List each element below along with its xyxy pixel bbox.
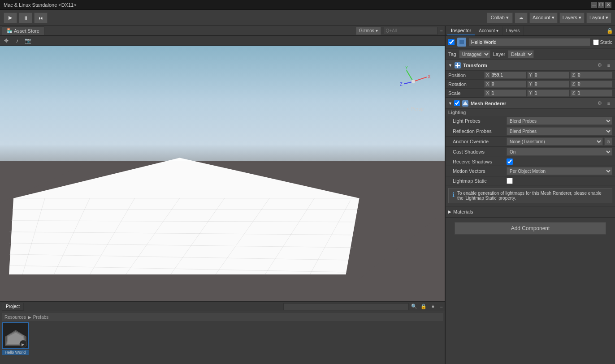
lightmap-info-text: To enable generation of lightmaps for th… (457, 191, 608, 201)
rotation-row: Rotation X 0 Y 0 Z 0 (446, 80, 615, 89)
scale-y-axis: Y (528, 90, 534, 95)
add-component-button[interactable]: Add Component (455, 222, 606, 235)
scene-tab-bar: 🏪 Asset Store Gizmos ▾ ≡ (0, 26, 445, 36)
receive-shadows-row: Receive Shadows (446, 157, 615, 166)
asset-store-tab[interactable]: 🏪 Asset Store (2, 26, 44, 35)
motion-vectors-select[interactable]: Per Object Motion (507, 167, 612, 175)
inspector-tab[interactable]: Inspector (447, 26, 475, 35)
play-button[interactable]: ▶ (4, 13, 17, 23)
lightmap-static-value (507, 178, 612, 184)
project-tab[interactable]: Project (2, 303, 24, 311)
account-tab[interactable]: Account ▾ (475, 26, 502, 35)
info-icon: ℹ (452, 191, 455, 198)
position-fields: X 359.1 Y 0 Z 0 (484, 72, 612, 79)
object-header: Static (446, 36, 615, 49)
anchor-override-label: Anchor Override (448, 139, 507, 144)
scale-y-value: 1 (534, 90, 569, 95)
lock-icon-btn[interactable]: 🔒 (420, 303, 428, 311)
anchor-override-select[interactable]: None (Transform) (507, 137, 603, 146)
object-enabled-checkbox[interactable] (448, 39, 455, 45)
inspector-lock-icon[interactable]: 🔒 (606, 28, 613, 34)
pause-button[interactable]: ⏸ (19, 13, 32, 23)
object-icon (457, 38, 466, 47)
svg-text:< Persp: < Persp (407, 106, 424, 111)
light-probes-label: Light Probes (448, 118, 507, 124)
scale-z-value: 1 (577, 90, 612, 95)
asset-thumbnail: ▶ (2, 323, 28, 349)
scene-menu-icon: ≡ (440, 28, 443, 34)
star-icon-btn[interactable]: ★ (429, 303, 437, 311)
x-axis-label: X (485, 73, 491, 77)
maximize-button[interactable]: ❐ (598, 2, 604, 8)
svg-text:Y: Y (405, 65, 408, 70)
cast-shadows-select[interactable]: On (507, 148, 612, 156)
collab-button[interactable]: Collab ▾ (487, 13, 513, 23)
static-checkbox[interactable] (593, 39, 599, 45)
scene-viewport[interactable]: X Y Z < Persp (0, 46, 445, 301)
gizmos-button[interactable]: Gizmos ▾ (356, 27, 381, 35)
main-toolbar: ▶ ⏸ ⏭ Collab ▾ ☁ Account ▾ Layers ▾ Layo… (0, 10, 615, 26)
layers-dropdown[interactable]: Layers ▾ (559, 13, 585, 23)
light-probes-row: Light Probes Blend Probes (446, 116, 615, 126)
lightmap-static-checkbox[interactable] (507, 178, 513, 184)
svg-text:▶: ▶ (22, 343, 25, 347)
transform-settings-icon[interactable]: ⚙ (596, 62, 603, 69)
reflection-probes-select[interactable]: Blend Probes (507, 127, 612, 135)
scale-x-axis: X (485, 90, 491, 95)
rot-z-field: Z 0 (570, 81, 612, 88)
materials-label: Materials (453, 209, 473, 214)
receive-shadows-checkbox[interactable] (507, 158, 513, 165)
close-button[interactable]: ✕ (605, 2, 611, 8)
materials-header[interactable]: ▶ Materials (448, 207, 612, 216)
scene-tool-hand[interactable]: ✥ (2, 36, 11, 45)
layout-dropdown[interactable]: Layout ▾ (586, 13, 611, 23)
lightmap-static-row: Lightmap Static (446, 176, 615, 185)
breadcrumb-prefabs: Prefabs (33, 315, 48, 320)
tag-select[interactable]: Untagged (459, 50, 490, 58)
mesh-renderer-enabled-checkbox[interactable] (454, 100, 460, 106)
motion-vectors-label: Motion Vectors (448, 168, 507, 174)
mesh-renderer-gear-btn[interactable]: ≡ (605, 100, 612, 107)
search-icon-btn[interactable]: 🔍 (410, 303, 418, 311)
scene-tab-right: Gizmos ▾ ≡ (356, 27, 443, 35)
window-controls[interactable]: — ❐ ✕ (591, 2, 611, 8)
layers-tab[interactable]: Layers (502, 26, 524, 35)
static-check: Static (593, 39, 612, 45)
transform-collapse-icon: ▼ (448, 63, 452, 68)
account-dropdown[interactable]: Account ▾ (529, 13, 558, 23)
window-title: Mac & Linux Standalone <DX11> (4, 2, 77, 8)
mesh-renderer-icon (462, 100, 469, 107)
minimize-button[interactable]: — (591, 2, 597, 8)
cast-shadows-value: On (507, 148, 612, 156)
anchor-override-pick-btn[interactable]: ⊙ (604, 137, 612, 146)
title-bar: Mac & Linux Standalone <DX11> — ❐ ✕ (0, 0, 615, 10)
scene-area: 🏪 Asset Store Gizmos ▾ ≡ ✥ ♪ 📷 (0, 26, 445, 364)
light-probes-value: Blend Probes (507, 117, 612, 125)
step-button[interactable]: ⏭ (34, 13, 48, 23)
mesh-renderer-header[interactable]: ▼ Mesh Renderer ⚙ ≡ (446, 98, 615, 109)
static-label: Static (600, 39, 612, 45)
scene-tool-camera[interactable]: 📷 (23, 36, 32, 45)
asset-item-hello-world[interactable]: ▶ Hello World (2, 323, 29, 355)
project-search-input[interactable] (283, 303, 409, 310)
cloud-button[interactable]: ☁ (515, 13, 528, 23)
lightmap-info-box: ℹ To enable generation of lightmaps for … (448, 188, 612, 203)
scene-tool-audio[interactable]: ♪ (13, 36, 22, 45)
asset-store-tab-label: Asset Store (14, 28, 39, 34)
mesh-renderer-settings-btn[interactable]: ⚙ (596, 100, 603, 107)
rot-y-field: Y 0 (527, 81, 569, 88)
transform-header[interactable]: ▼ Transform ⚙ ≡ (446, 60, 615, 71)
breadcrumb-resources: Resources (4, 315, 26, 320)
object-name-input[interactable] (469, 38, 590, 46)
reflection-probes-row: Reflection Probes Blend Probes (446, 126, 615, 137)
transform-gear-icon[interactable]: ≡ (605, 62, 612, 69)
scene-icons-bar: ✥ ♪ 📷 (0, 36, 445, 46)
light-probes-select[interactable]: Blend Probes (507, 117, 612, 125)
account-tab-label: Account ▾ (479, 28, 498, 33)
layer-select[interactable]: Default (508, 50, 534, 58)
cast-shadows-label: Cast Shadows (448, 149, 507, 154)
svg-text:X: X (428, 74, 431, 79)
scene-search-input[interactable] (384, 27, 437, 35)
breadcrumb: Resources ▶ Prefabs (2, 313, 443, 321)
rot-y-axis: Y (528, 81, 534, 86)
